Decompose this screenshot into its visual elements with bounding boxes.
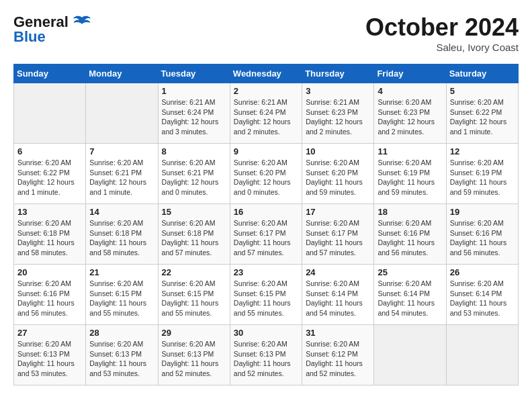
day-info: Sunrise: 6:21 AM Sunset: 6:24 PM Dayligh…	[234, 97, 298, 137]
day-number: 21	[89, 267, 154, 277]
day-info: Sunrise: 6:20 AM Sunset: 6:12 PM Dayligh…	[306, 339, 370, 379]
day-info: Sunrise: 6:20 AM Sunset: 6:15 PM Dayligh…	[89, 279, 154, 318]
day-info: Sunrise: 6:20 AM Sunset: 6:18 PM Dayligh…	[89, 218, 154, 258]
logo: General Blue	[13, 13, 91, 46]
calendar-cell: 8Sunrise: 6:20 AM Sunset: 6:21 PM Daylig…	[158, 144, 230, 204]
calendar-cell: 17Sunrise: 6:20 AM Sunset: 6:17 PM Dayli…	[302, 204, 374, 265]
day-number: 6	[17, 146, 82, 156]
day-number: 2	[234, 86, 298, 96]
calendar-cell: 16Sunrise: 6:20 AM Sunset: 6:17 PM Dayli…	[230, 204, 302, 265]
day-info: Sunrise: 6:21 AM Sunset: 6:24 PM Dayligh…	[162, 97, 226, 137]
calendar-cell: 1Sunrise: 6:21 AM Sunset: 6:24 PM Daylig…	[158, 83, 230, 144]
day-number: 22	[162, 267, 226, 277]
calendar-cell: 12Sunrise: 6:20 AM Sunset: 6:19 PM Dayli…	[446, 144, 518, 204]
calendar-table: SundayMondayTuesdayWednesdayThursdayFrid…	[13, 64, 519, 385]
day-info: Sunrise: 6:20 AM Sunset: 6:18 PM Dayligh…	[17, 218, 82, 258]
day-number: 13	[17, 207, 82, 217]
day-number: 4	[378, 86, 442, 96]
calendar-cell: 26Sunrise: 6:20 AM Sunset: 6:14 PM Dayli…	[446, 265, 518, 325]
calendar-cell	[446, 325, 518, 385]
calendar-cell: 10Sunrise: 6:20 AM Sunset: 6:20 PM Dayli…	[302, 144, 374, 204]
calendar-cell: 31Sunrise: 6:20 AM Sunset: 6:12 PM Dayli…	[302, 325, 374, 385]
day-number: 18	[378, 207, 442, 217]
calendar-cell: 24Sunrise: 6:20 AM Sunset: 6:14 PM Dayli…	[302, 265, 374, 325]
day-info: Sunrise: 6:20 AM Sunset: 6:22 PM Dayligh…	[450, 97, 515, 137]
day-info: Sunrise: 6:20 AM Sunset: 6:19 PM Dayligh…	[378, 158, 442, 197]
day-info: Sunrise: 6:20 AM Sunset: 6:13 PM Dayligh…	[89, 339, 154, 379]
day-info: Sunrise: 6:20 AM Sunset: 6:17 PM Dayligh…	[234, 218, 298, 258]
day-info: Sunrise: 6:20 AM Sunset: 6:18 PM Dayligh…	[162, 218, 226, 258]
location-subtitle: Saleu, Ivory Coast	[365, 42, 519, 53]
weekday-header-tuesday: Tuesday	[158, 64, 230, 83]
calendar-cell: 30Sunrise: 6:20 AM Sunset: 6:13 PM Dayli…	[230, 325, 302, 385]
day-info: Sunrise: 6:20 AM Sunset: 6:20 PM Dayligh…	[306, 158, 370, 197]
day-number: 28	[89, 328, 154, 338]
day-number: 5	[450, 86, 515, 96]
calendar-cell: 13Sunrise: 6:20 AM Sunset: 6:18 PM Dayli…	[14, 204, 86, 265]
day-number: 26	[450, 267, 515, 277]
calendar-cell	[86, 83, 158, 144]
day-number: 23	[234, 267, 298, 277]
weekday-header-saturday: Saturday	[446, 64, 518, 83]
calendar-cell	[374, 325, 446, 385]
day-number: 27	[17, 328, 82, 338]
weekday-header-wednesday: Wednesday	[230, 64, 302, 83]
day-number: 20	[17, 267, 82, 277]
calendar-title-block: October 2024 Saleu, Ivory Coast	[365, 13, 519, 53]
logo-bird-icon	[73, 15, 91, 30]
day-number: 16	[234, 207, 298, 217]
calendar-cell: 29Sunrise: 6:20 AM Sunset: 6:13 PM Dayli…	[158, 325, 230, 385]
calendar-cell: 4Sunrise: 6:20 AM Sunset: 6:23 PM Daylig…	[374, 83, 446, 144]
page-header: General Blue October 2024 Saleu, Ivory C…	[13, 13, 519, 53]
day-info: Sunrise: 6:20 AM Sunset: 6:13 PM Dayligh…	[17, 339, 82, 379]
calendar-cell: 27Sunrise: 6:20 AM Sunset: 6:13 PM Dayli…	[14, 325, 86, 385]
day-number: 29	[162, 328, 226, 338]
weekday-header-monday: Monday	[86, 64, 158, 83]
day-info: Sunrise: 6:20 AM Sunset: 6:20 PM Dayligh…	[234, 158, 298, 197]
day-info: Sunrise: 6:20 AM Sunset: 6:15 PM Dayligh…	[162, 279, 226, 318]
calendar-cell: 23Sunrise: 6:20 AM Sunset: 6:15 PM Dayli…	[230, 265, 302, 325]
day-number: 17	[306, 207, 370, 217]
day-number: 19	[450, 207, 515, 217]
day-info: Sunrise: 6:20 AM Sunset: 6:16 PM Dayligh…	[378, 218, 442, 258]
day-number: 30	[234, 328, 298, 338]
day-number: 15	[162, 207, 226, 217]
day-number: 7	[89, 146, 154, 156]
calendar-cell: 11Sunrise: 6:20 AM Sunset: 6:19 PM Dayli…	[374, 144, 446, 204]
day-info: Sunrise: 6:20 AM Sunset: 6:14 PM Dayligh…	[450, 279, 515, 318]
calendar-cell: 18Sunrise: 6:20 AM Sunset: 6:16 PM Dayli…	[374, 204, 446, 265]
day-number: 8	[162, 146, 226, 156]
weekday-header-thursday: Thursday	[302, 64, 374, 83]
day-info: Sunrise: 6:20 AM Sunset: 6:13 PM Dayligh…	[162, 339, 226, 379]
day-info: Sunrise: 6:20 AM Sunset: 6:21 PM Dayligh…	[162, 158, 226, 197]
day-info: Sunrise: 6:20 AM Sunset: 6:23 PM Dayligh…	[378, 97, 442, 137]
calendar-cell	[14, 83, 86, 144]
weekday-header-friday: Friday	[374, 64, 446, 83]
calendar-cell: 22Sunrise: 6:20 AM Sunset: 6:15 PM Dayli…	[158, 265, 230, 325]
day-info: Sunrise: 6:21 AM Sunset: 6:23 PM Dayligh…	[306, 97, 370, 137]
calendar-cell: 21Sunrise: 6:20 AM Sunset: 6:15 PM Dayli…	[86, 265, 158, 325]
day-number: 24	[306, 267, 370, 277]
calendar-cell: 2Sunrise: 6:21 AM Sunset: 6:24 PM Daylig…	[230, 83, 302, 144]
day-number: 11	[378, 146, 442, 156]
day-number: 9	[234, 146, 298, 156]
day-info: Sunrise: 6:20 AM Sunset: 6:15 PM Dayligh…	[234, 279, 298, 318]
calendar-cell: 19Sunrise: 6:20 AM Sunset: 6:16 PM Dayli…	[446, 204, 518, 265]
calendar-cell: 6Sunrise: 6:20 AM Sunset: 6:22 PM Daylig…	[14, 144, 86, 204]
day-number: 12	[450, 146, 515, 156]
day-info: Sunrise: 6:20 AM Sunset: 6:21 PM Dayligh…	[89, 158, 154, 197]
month-title: October 2024	[365, 13, 519, 42]
day-number: 31	[306, 328, 370, 338]
day-info: Sunrise: 6:20 AM Sunset: 6:16 PM Dayligh…	[450, 218, 515, 258]
calendar-cell: 7Sunrise: 6:20 AM Sunset: 6:21 PM Daylig…	[86, 144, 158, 204]
day-info: Sunrise: 6:20 AM Sunset: 6:13 PM Dayligh…	[234, 339, 298, 379]
calendar-cell: 20Sunrise: 6:20 AM Sunset: 6:16 PM Dayli…	[14, 265, 86, 325]
day-number: 1	[162, 86, 226, 96]
weekday-header-sunday: Sunday	[14, 64, 86, 83]
day-info: Sunrise: 6:20 AM Sunset: 6:16 PM Dayligh…	[17, 279, 82, 318]
day-number: 3	[306, 86, 370, 96]
calendar-cell: 9Sunrise: 6:20 AM Sunset: 6:20 PM Daylig…	[230, 144, 302, 204]
calendar-cell: 15Sunrise: 6:20 AM Sunset: 6:18 PM Dayli…	[158, 204, 230, 265]
calendar-cell: 5Sunrise: 6:20 AM Sunset: 6:22 PM Daylig…	[446, 83, 518, 144]
day-info: Sunrise: 6:20 AM Sunset: 6:14 PM Dayligh…	[306, 279, 370, 318]
